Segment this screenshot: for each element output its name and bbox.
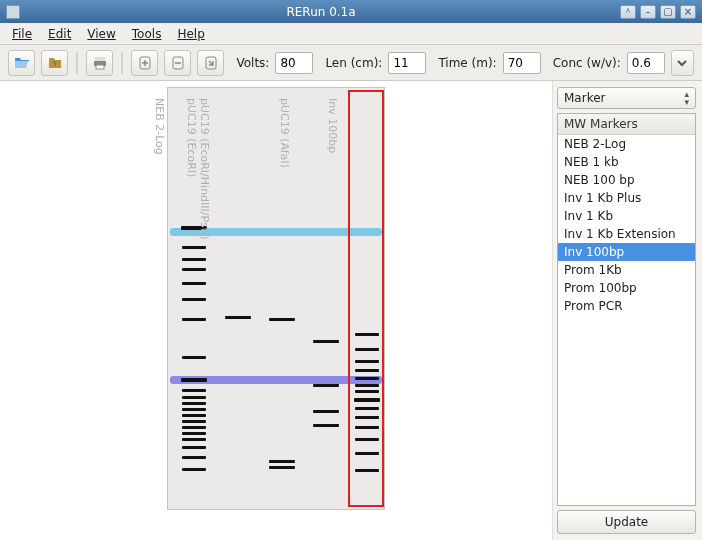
- refresh-button[interactable]: [197, 50, 224, 76]
- marker-list-item[interactable]: NEB 100 bp: [558, 171, 695, 189]
- chevron-down-icon: [674, 55, 690, 71]
- svg-rect-0: [95, 57, 105, 61]
- refresh-icon: [203, 55, 219, 71]
- gel-band: [182, 298, 206, 301]
- gel-band: [182, 389, 206, 392]
- marker-listbox[interactable]: MW Markers NEB 2-LogNEB 1 kbNEB 100 bpIn…: [557, 113, 696, 506]
- gel-band: [182, 446, 206, 449]
- gel-band: [182, 414, 206, 417]
- marker-type-combo[interactable]: Marker ▴▾: [557, 87, 696, 109]
- time-label: Time (m):: [438, 56, 496, 70]
- gel-band: [182, 426, 206, 429]
- menu-edit[interactable]: Edit: [40, 25, 79, 43]
- gel-band: [182, 402, 206, 405]
- marker-list-item[interactable]: Prom 1Kb: [558, 261, 695, 279]
- marker-type-value: Marker: [564, 91, 605, 105]
- volts-input[interactable]: [275, 52, 313, 74]
- marker-list-item[interactable]: Inv 1 Kb: [558, 207, 695, 225]
- add-lane-button[interactable]: [131, 50, 158, 76]
- plus-icon: [137, 55, 153, 71]
- len-label: Len (cm):: [325, 56, 382, 70]
- marker-list-item[interactable]: Inv 1 Kb Plus: [558, 189, 695, 207]
- menu-help[interactable]: Help: [169, 25, 212, 43]
- gel-lane[interactable]: pUC19 (EcoRI): [218, 88, 258, 509]
- remove-lane-button[interactable]: [164, 50, 191, 76]
- gel-band: [181, 378, 207, 382]
- volts-label: Volts:: [236, 56, 269, 70]
- lane-label: pUC19 (EcoRI/HindIII/PstI): [198, 98, 211, 240]
- folder-open-icon: [14, 55, 30, 71]
- save-icon: [47, 55, 63, 71]
- side-panel: Marker ▴▾ MW Markers NEB 2-LogNEB 1 kbNE…: [552, 81, 702, 540]
- gel-band: [182, 456, 206, 459]
- marker-list-item[interactable]: NEB 1 kb: [558, 153, 695, 171]
- combo-arrows-icon: ▴▾: [684, 90, 689, 106]
- gel-band: [313, 424, 339, 427]
- update-button-label: Update: [605, 515, 648, 529]
- window-close-button[interactable]: ×: [680, 5, 696, 19]
- marker-list-item[interactable]: Prom PCR: [558, 297, 695, 315]
- window-minimize-button[interactable]: –: [640, 5, 656, 19]
- gel-band: [182, 468, 206, 471]
- menu-file[interactable]: File: [4, 25, 40, 43]
- print-icon: [92, 55, 108, 71]
- gel-band: [182, 396, 206, 399]
- menu-bar: File Edit View Tools Help: [0, 23, 702, 45]
- window-roll-button[interactable]: ＾: [620, 5, 636, 19]
- gel-band: [313, 384, 339, 387]
- marker-list-header: MW Markers: [558, 114, 695, 135]
- gel-band: [182, 246, 206, 249]
- open-button[interactable]: [8, 50, 35, 76]
- marker-list-item[interactable]: NEB 2-Log: [558, 135, 695, 153]
- conc-input[interactable]: [627, 52, 665, 74]
- toolbar-separator: [121, 52, 123, 74]
- marker-list-item[interactable]: Inv 100bp: [558, 243, 695, 261]
- update-button[interactable]: Update: [557, 510, 696, 534]
- gel-band: [269, 318, 295, 321]
- gel-band: [313, 340, 339, 343]
- print-button[interactable]: [86, 50, 113, 76]
- lane-selection-rect: [348, 90, 384, 507]
- gel-band: [225, 316, 251, 319]
- lane-label: pUC19 (AfaI): [278, 98, 291, 168]
- window-title: RERun 0.1a: [26, 5, 616, 19]
- minus-icon: [170, 55, 186, 71]
- time-input[interactable]: [503, 52, 541, 74]
- gel-band: [182, 356, 206, 359]
- gel-band: [269, 460, 295, 463]
- conc-label: Conc (w/v):: [553, 56, 621, 70]
- window-titlebar: RERun 0.1a ＾ – ▢ ×: [0, 0, 702, 23]
- gel-band: [182, 318, 206, 321]
- marker-list-item[interactable]: Prom 100bp: [558, 279, 695, 297]
- gel-band: [182, 268, 206, 271]
- gel-band: [182, 282, 206, 285]
- window-maximize-button[interactable]: ▢: [660, 5, 676, 19]
- gel-band: [182, 438, 206, 441]
- length-input[interactable]: [388, 52, 426, 74]
- gel-canvas[interactable]: NEB 2-LogpUC19 (EcoRI)pUC19 (EcoRI/HindI…: [167, 87, 385, 510]
- lane-label: pUC19 (EcoRI): [185, 98, 198, 177]
- svg-rect-2: [96, 65, 104, 69]
- menu-tools[interactable]: Tools: [124, 25, 170, 43]
- toolbar: Volts: Len (cm): Time (m): Conc (w/v):: [0, 45, 702, 81]
- lane-label: Inv 100bp: [326, 98, 339, 153]
- gel-band: [182, 420, 206, 423]
- toolbar-separator: [76, 52, 78, 74]
- lane-label: NEB 2-Log: [152, 98, 165, 155]
- gel-band: [313, 410, 339, 413]
- save-button[interactable]: [41, 50, 68, 76]
- gel-band: [182, 258, 206, 261]
- gel-band: [182, 432, 206, 435]
- conc-dropdown-button[interactable]: [671, 50, 694, 76]
- gel-band: [182, 408, 206, 411]
- gel-band: [269, 466, 295, 469]
- marker-list-item[interactable]: Inv 1 Kb Extension: [558, 225, 695, 243]
- app-icon: [6, 5, 20, 19]
- menu-view[interactable]: View: [79, 25, 123, 43]
